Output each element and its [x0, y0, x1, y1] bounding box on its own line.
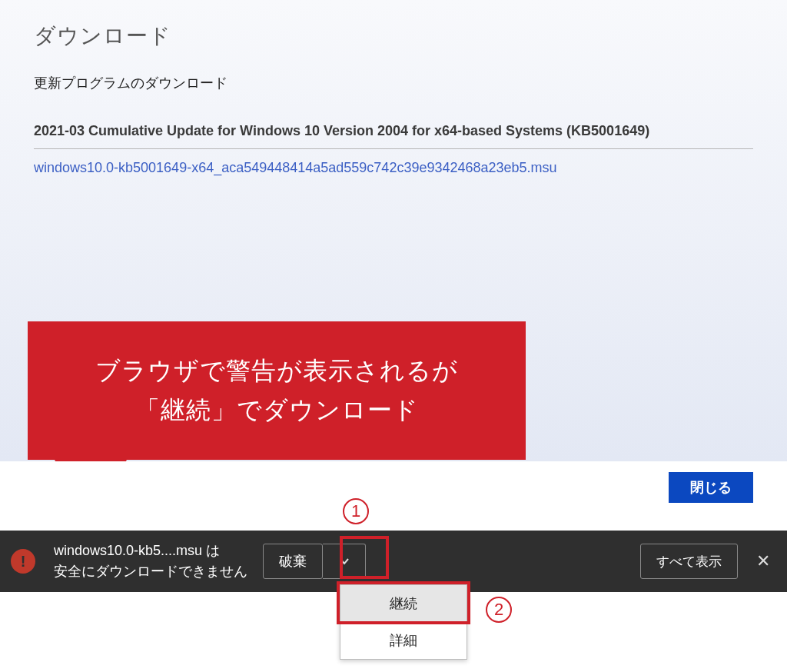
- chevron-down-icon: [339, 556, 350, 567]
- step-badge-2: 2: [486, 597, 512, 623]
- page-subtitle: 更新プログラムのダウンロード: [34, 74, 753, 92]
- warning-icon: !: [11, 549, 35, 574]
- download-options-dropdown: 継続 詳細: [340, 584, 467, 660]
- download-file-name: windows10.0-kb5....msu は: [54, 541, 247, 561]
- annotation-callout: ブラウザで警告が表示されるが 「継続」でダウンロード: [28, 321, 526, 460]
- dropdown-continue[interactable]: 継続: [340, 585, 467, 622]
- download-file-link[interactable]: windows10.0-kb5001649-x64_aca549448414a5…: [34, 160, 557, 175]
- step-badge-1: 1: [343, 498, 369, 524]
- download-warning-line: 安全にダウンロードできません: [54, 561, 247, 582]
- show-all-button[interactable]: すべて表示: [640, 544, 738, 579]
- update-title: 2021-03 Cumulative Update for Windows 10…: [34, 123, 753, 149]
- page-title: ダウンロード: [34, 22, 753, 51]
- download-warning-text: windows10.0-kb5....msu は 安全にダウンロードできません: [54, 541, 247, 582]
- callout-line-2: 「継続」でダウンロード: [135, 391, 419, 430]
- browser-download-bar: ! windows10.0-kb5....msu は 安全にダウンロードできませ…: [0, 531, 787, 592]
- close-bar-button[interactable]: ✕: [750, 545, 776, 577]
- callout-line-1: ブラウザで警告が表示されるが: [95, 351, 458, 391]
- close-button[interactable]: 閉じる: [669, 472, 753, 503]
- download-options-chevron[interactable]: [323, 544, 366, 579]
- discard-button[interactable]: 破棄: [263, 544, 323, 579]
- dropdown-details[interactable]: 詳細: [340, 622, 467, 659]
